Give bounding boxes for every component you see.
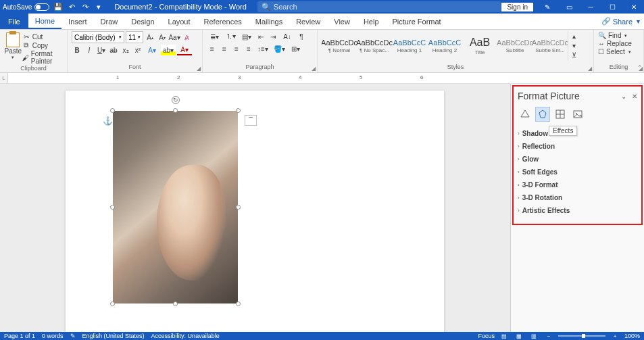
format-painter-button[interactable]: 🖌Format Painter	[22, 50, 63, 65]
focus-mode-button[interactable]: Focus	[478, 333, 495, 339]
align-right-button[interactable]: ≡	[231, 43, 242, 54]
signin-button[interactable]: Sign in	[501, 3, 533, 11]
font-size-select[interactable]: 11▾	[126, 31, 143, 43]
tab-file[interactable]: File	[0, 14, 28, 29]
style-subtleem[interactable]: AaBbCcDcSubtle Em...	[532, 31, 568, 61]
shrink-font-button[interactable]: A▾	[157, 32, 168, 43]
ribbon-display-icon[interactable]: ▭	[562, 1, 576, 13]
superscript-button[interactable]: x²	[132, 45, 143, 55]
styles-scroll-up[interactable]: ▴	[568, 31, 579, 41]
increase-indent-button[interactable]: ⇥	[268, 31, 278, 42]
clear-format-button[interactable]: A̷	[181, 32, 192, 43]
select-button[interactable]: ☐Select▾	[598, 48, 639, 55]
copy-button[interactable]: ⧉Copy	[22, 41, 63, 49]
document-canvas[interactable]: ⚓ ↻ ⌒	[0, 84, 510, 332]
resize-handle-br[interactable]	[236, 301, 241, 306]
effects-icon[interactable]	[535, 107, 550, 122]
section-soft-edges[interactable]: ›Soft Edges	[518, 166, 637, 178]
bold-button[interactable]: B	[72, 45, 82, 55]
zoom-out-button[interactable]: −	[543, 333, 554, 339]
collapse-ribbon-icon[interactable]: ⌃	[637, 64, 643, 71]
spellcheck-icon[interactable]: ✎	[70, 333, 76, 339]
text-effects-button[interactable]: A▾	[145, 45, 159, 55]
resize-handle-bm[interactable]	[173, 301, 178, 306]
pane-close-icon[interactable]: ✕	[632, 93, 637, 100]
style-normal[interactable]: AaBbCcDc¶ Normal	[322, 31, 357, 61]
font-launcher-icon[interactable]: ◢	[197, 66, 201, 72]
print-layout-icon[interactable]: ▦	[514, 333, 524, 339]
maximize-button[interactable]: ☐	[605, 1, 620, 13]
qat-dropdown-icon[interactable]: ▾	[94, 2, 103, 11]
cut-button[interactable]: ✂Cut	[22, 32, 63, 41]
justify-button[interactable]: ≡	[243, 43, 254, 54]
find-button[interactable]: 🔍Find▾	[598, 32, 639, 39]
style-nospac[interactable]: AaBbCcDc¶ No Spac...	[357, 31, 392, 61]
tab-references[interactable]: References	[197, 14, 249, 29]
align-left-button[interactable]: ≡	[207, 43, 218, 54]
zoom-slider[interactable]	[558, 335, 605, 337]
save-icon[interactable]: 💾	[53, 2, 63, 11]
rotate-handle[interactable]: ↻	[172, 96, 180, 104]
font-name-select[interactable]: Calibri (Body)▾	[72, 31, 124, 43]
autosave-toggle[interactable]: AutoSave	[3, 3, 49, 11]
redo-icon[interactable]: ↷	[80, 2, 90, 11]
tab-picture-format[interactable]: Picture Format	[386, 14, 448, 29]
bullets-button[interactable]: ≣▾	[207, 31, 222, 42]
anchor-icon[interactable]: ⚓	[103, 116, 113, 126]
italic-button[interactable]: I	[84, 45, 95, 55]
show-marks-button[interactable]: ¶	[296, 31, 307, 42]
numbering-button[interactable]: ⒈▾	[223, 31, 238, 42]
section-3d-format[interactable]: ›3-D Format	[518, 178, 637, 191]
section-3d-rotation[interactable]: ›3-D Rotation	[518, 191, 637, 204]
tab-insert[interactable]: Insert	[61, 14, 94, 29]
styles-scroll-down[interactable]: ▾	[568, 41, 579, 50]
zoom-level[interactable]: 100%	[624, 333, 640, 339]
section-artistic[interactable]: ›Artistic Effects	[518, 204, 637, 217]
resize-handle-mr[interactable]	[236, 205, 241, 210]
zoom-in-button[interactable]: +	[610, 333, 620, 339]
shading-button[interactable]: 🪣▾	[272, 43, 287, 54]
selected-image[interactable]: ↻	[113, 111, 238, 303]
borders-button[interactable]: ⊞▾	[288, 43, 303, 54]
share-button[interactable]: 🔗 Share▾	[601, 17, 640, 26]
styles-launcher-icon[interactable]: ◢	[588, 66, 592, 72]
layout-props-icon[interactable]	[553, 107, 568, 122]
style-title[interactable]: AaBTitle	[462, 31, 497, 61]
fill-line-icon[interactable]	[518, 107, 532, 122]
section-reflection[interactable]: ›Reflection	[518, 140, 637, 153]
replace-button[interactable]: ↔Replace	[598, 40, 639, 47]
tab-review[interactable]: Review	[289, 14, 327, 29]
tab-layout[interactable]: Layout	[162, 14, 197, 29]
accessibility-indicator[interactable]: Accessibility: Unavailable	[151, 333, 220, 339]
style-heading1[interactable]: AaBbCcCHeading 1	[392, 31, 427, 61]
resize-handle-bl[interactable]	[110, 301, 115, 306]
font-color-button[interactable]: A▾	[177, 45, 192, 55]
align-center-button[interactable]: ≡	[219, 43, 230, 54]
resize-handle-tm[interactable]	[173, 108, 178, 113]
resize-handle-ml[interactable]	[110, 205, 115, 210]
underline-button[interactable]: U▾	[96, 45, 107, 55]
section-shadow[interactable]: ›Shadow	[518, 127, 637, 140]
multilevel-button[interactable]: ▤▾	[239, 31, 254, 42]
pane-options-icon[interactable]: ⌄	[621, 93, 626, 100]
strike-button[interactable]: ab	[108, 45, 119, 55]
grow-font-button[interactable]: A▴	[145, 32, 155, 43]
line-spacing-button[interactable]: ↕≡▾	[255, 43, 270, 54]
ruler-horizontal[interactable]: 1 2 3 4 5 6	[8, 73, 644, 83]
picture-icon[interactable]	[570, 107, 585, 122]
web-layout-icon[interactable]: ▥	[528, 333, 539, 339]
search-input[interactable]: 🔍 Search	[257, 1, 501, 12]
undo-icon[interactable]: ↶	[67, 2, 76, 11]
tab-mailings[interactable]: Mailings	[249, 14, 289, 29]
layout-options-button[interactable]: ⌒	[245, 115, 257, 126]
subscript-button[interactable]: x₂	[120, 45, 131, 55]
style-heading2[interactable]: AaBbCcCHeading 2	[427, 31, 462, 61]
highlight-button[interactable]: ab▾	[161, 45, 176, 55]
tab-help[interactable]: Help	[357, 14, 386, 29]
mode-switch-icon[interactable]: ✎	[540, 1, 555, 13]
paragraph-launcher-icon[interactable]: ◢	[312, 66, 316, 72]
word-count[interactable]: 0 words	[42, 333, 64, 339]
styles-gallery[interactable]: AaBbCcDc¶ Normal AaBbCcDc¶ No Spac... Aa…	[322, 31, 589, 61]
decrease-indent-button[interactable]: ⇤	[255, 31, 266, 42]
page-indicator[interactable]: Page 1 of 1	[4, 333, 35, 339]
